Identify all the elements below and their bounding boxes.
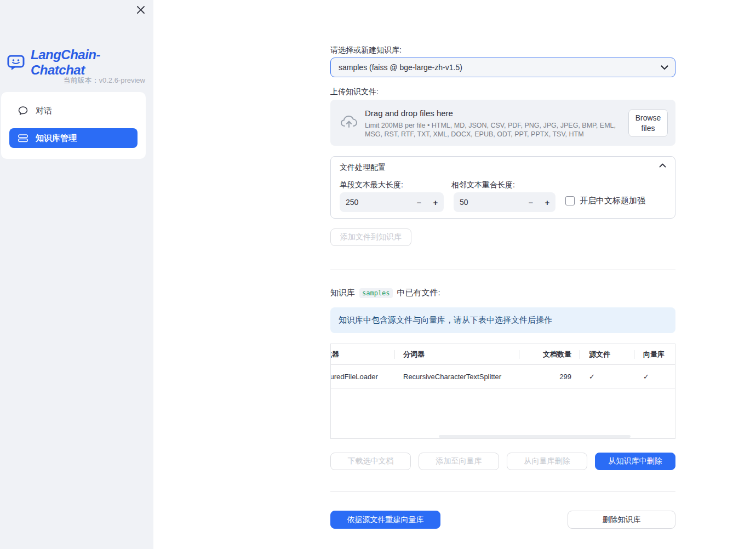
app-logo: LangChain-Chatchat — [7, 47, 153, 78]
column-header-docs-count[interactable]: 文档数量 — [519, 344, 580, 365]
overlap-size-value[interactable]: 50 — [454, 198, 523, 207]
chunk-size-increment-button[interactable]: + — [427, 192, 444, 212]
kb-files-prefix: 知识库 — [330, 288, 355, 298]
delete-from-kb-button[interactable]: 从知识库中删除 — [595, 453, 675, 470]
version-label: 当前版本： — [63, 76, 99, 84]
divider — [330, 491, 675, 492]
kb-select-value: samples (faiss @ bge-large-zh-v1.5) — [339, 63, 661, 72]
overlap-size-label: 相邻文本重合长度: — [451, 180, 515, 190]
kb-files-heading: 知识库 samples 中已有文件: — [330, 288, 440, 298]
download-selected-button[interactable]: 下载选中文档 — [330, 453, 411, 470]
column-header-loader[interactable]: 文档加载器 — [330, 344, 394, 365]
sidebar-item-knowledge-base[interactable]: 知识库管理 — [9, 128, 138, 148]
rebuild-vector-store-button[interactable]: 依据源文件重建向量库 — [330, 511, 440, 529]
kb-bottom-actions: 依据源文件重建向量库 删除知识库 — [330, 511, 675, 529]
table-cell-source-file-check[interactable]: ✓ — [580, 365, 634, 389]
overlap-size-input[interactable]: 50 − + — [454, 192, 555, 212]
sidebar-menu: 对话 知识库管理 — [1, 92, 146, 159]
table-cell-docs-count[interactable]: 299 — [519, 365, 580, 389]
sidebar-item-label: 对话 — [36, 106, 52, 116]
file-config-expander: 文件处理配置 单段文本最大长度: 250 − + 相邻文本重合长度: 50 − … — [330, 156, 675, 219]
chevron-down-icon — [661, 65, 668, 70]
sidebar-item-label: 知识库管理 — [36, 133, 77, 144]
zh-title-enhance-label: 开启中文标题加强 — [580, 196, 645, 206]
dropzone-title: Drag and drop files here — [365, 108, 627, 118]
app-title: LangChain-Chatchat — [31, 47, 153, 78]
kb-files-suffix: 中已有文件: — [397, 288, 440, 298]
chunk-size-label: 单段文本最大长度: — [340, 180, 403, 190]
chunk-size-value[interactable]: 250 — [340, 198, 411, 207]
zh-title-enhance-row: 开启中文标题加强 — [565, 196, 645, 206]
overlap-size-increment-button[interactable]: + — [539, 192, 555, 212]
column-header-source-file[interactable]: 源文件 — [580, 344, 634, 365]
table-horizontal-scrollbar[interactable] — [439, 435, 631, 438]
kb-select[interactable]: samples (faiss @ bge-large-zh-v1.5) — [330, 58, 675, 77]
chatchat-logo-icon — [7, 54, 26, 71]
version-info: 当前版本：v0.2.6-preview — [63, 76, 145, 85]
delete-kb-button[interactable]: 删除知识库 — [568, 511, 675, 529]
cloud-upload-icon — [340, 114, 358, 129]
sidebar-item-chat[interactable]: 对话 — [9, 100, 138, 122]
expander-title[interactable]: 文件处理配置 — [340, 163, 386, 173]
kb-files-table-inner: 文档加载器 分词器 文档数量 源文件 向量库 UnstructuredFileL… — [330, 344, 675, 389]
chat-bubble-icon — [18, 106, 28, 116]
chunk-size-decrement-button[interactable]: − — [411, 192, 427, 212]
file-dropzone[interactable]: Drag and drop files here Limit 200MB per… — [330, 100, 675, 146]
sidebar: LangChain-Chatchat 当前版本：v0.2.6-preview 对… — [0, 0, 153, 549]
add-to-vector-store-button[interactable]: 添加至向量库 — [419, 453, 499, 470]
upload-label: 上传知识文件: — [330, 87, 675, 97]
table-cell-loader[interactable]: UnstructuredFileLoader — [330, 365, 394, 389]
table-cell-vector-store-check[interactable]: ✓ — [634, 365, 675, 389]
chunk-size-input[interactable]: 250 − + — [340, 192, 444, 212]
dropzone-hint: Limit 200MB per file • HTML, MD, JSON, C… — [365, 121, 627, 139]
zh-title-enhance-checkbox[interactable] — [565, 196, 575, 205]
info-alert-text: 知识库中包含源文件与向量库，请从下表中选择文件后操作 — [339, 315, 552, 325]
version-value: v0.2.6-preview — [99, 76, 145, 84]
delete-from-vector-store-button[interactable]: 从向量库删除 — [507, 453, 587, 470]
kb-files-table[interactable]: 文档加载器 分词器 文档数量 源文件 向量库 UnstructuredFileL… — [330, 344, 675, 439]
column-header-splitter[interactable]: 分词器 — [394, 344, 519, 365]
divider — [330, 270, 675, 270]
column-header-vector-store[interactable]: 向量库 — [634, 344, 675, 365]
info-alert: 知识库中包含源文件与向量库，请从下表中选择文件后操作 — [330, 307, 675, 333]
table-cell-splitter[interactable]: RecursiveCharacterTextSplitter — [394, 365, 519, 389]
kb-select-label: 请选择或新建知识库: — [330, 45, 675, 55]
dropzone-text: Drag and drop files here Limit 200MB per… — [365, 108, 627, 139]
add-files-to-kb-button[interactable]: 添加文件到知识库 — [330, 228, 411, 246]
file-actions-row: 下载选中文档 添加至向量库 从向量库删除 从知识库中删除 — [330, 453, 675, 470]
chevron-up-icon[interactable] — [659, 163, 666, 168]
kb-name-code: samples — [359, 288, 393, 298]
overlap-size-decrement-button[interactable]: − — [523, 192, 539, 212]
browse-files-button[interactable]: Browse files — [628, 109, 668, 137]
knowledge-base-icon — [18, 134, 28, 142]
sidebar-close-icon[interactable] — [135, 4, 147, 16]
